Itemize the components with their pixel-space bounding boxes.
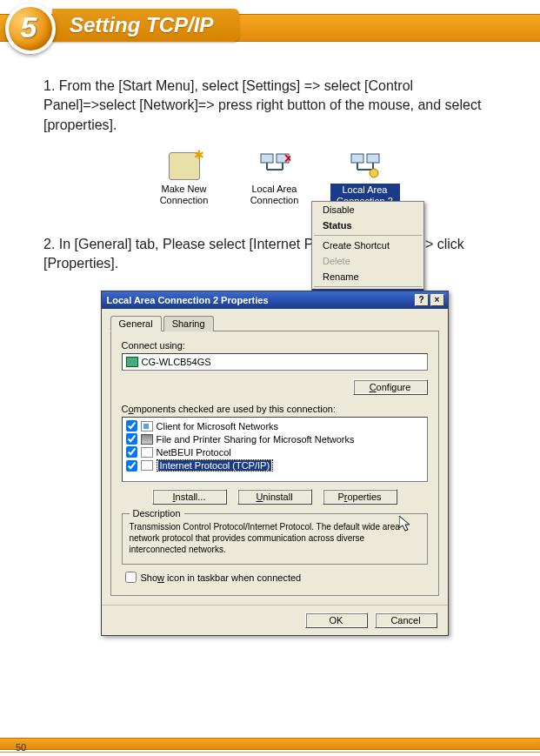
titlebar-buttons: ? × [415,294,444,306]
figure-1: Make New Connection ✕ Local Area Connect… [43,152,505,208]
network-adapter-icon: ✕ [259,152,290,180]
svg-point-11 [370,169,378,177]
step-number: 5 [21,10,37,44]
icon-label: Make New Connection [150,184,219,206]
properties-dialog: Local Area Connection 2 Properties ? × G… [101,291,449,636]
cancel-button[interactable]: Cancel [375,612,437,628]
cursor-icon [399,516,413,533]
make-new-connection-icon[interactable]: Make New Connection [150,152,219,206]
menu-status[interactable]: Status [312,217,423,233]
properties-button[interactable]: Properties [323,489,397,505]
network-icons-row: Make New Connection ✕ Local Area Connect… [150,152,400,208]
network-adapter-icon [350,152,381,180]
component-tcpip[interactable]: Internet Protocol (TCP/IP) [124,458,425,472]
menu-create-shortcut[interactable]: Create Shortcut [312,238,423,253]
components-label: Components checked are used by this conn… [122,404,428,414]
install-button[interactable]: Install... [152,489,227,505]
tab-sharing[interactable]: Sharing [163,316,214,331]
connect-using-label: Connect using: [122,340,428,351]
page-header: Setting TCP/IP 5 [0,7,540,50]
page-number: 50 [16,742,26,753]
menu-disable[interactable]: Disable [312,202,423,217]
checkbox[interactable] [126,460,137,472]
dialog-footer: OK Cancel [102,605,448,635]
configure-row: Configure [122,379,428,395]
page-title: Setting TCP/IP [70,13,213,37]
component-label: File and Printer Sharing for Microsoft N… [157,434,355,445]
checkbox[interactable] [126,446,137,458]
component-netbeui[interactable]: NetBEUI Protocol [124,445,425,458]
show-icon-label: Show icon in taskbar when connected [141,572,302,583]
dialog-title: Local Area Connection 2 Properties [107,295,269,305]
components-list[interactable]: Client for Microsoft Networks File and P… [122,417,428,482]
svg-rect-6 [351,154,363,163]
close-button[interactable]: × [430,294,444,306]
adapter-name: CG-WLCB54GS [142,357,211,367]
menu-rename[interactable]: Rename [312,269,423,284]
protocol-icon [141,447,153,458]
description-group: Description Transmission Control Protoco… [122,513,428,565]
page-footer: 50 [0,738,540,753]
title-banner: Setting TCP/IP [52,9,239,42]
icon-label: Local Area Connection [240,184,310,206]
configure-button[interactable]: Configure [353,379,428,395]
local-area-connection-icon[interactable]: ✕ Local Area Connection [240,152,310,206]
checkbox[interactable] [126,433,137,445]
dialog-body: General Sharing Connect using: CG-WLCB54… [102,309,448,605]
step-number-badge: 5 [5,3,56,54]
local-area-connection-2-icon[interactable]: Local Area Connection 2 [330,152,400,208]
adapter-field: CG-WLCB54GS [122,353,428,371]
ok-button[interactable]: OK [305,612,368,628]
checkbox[interactable] [126,420,137,432]
menu-delete: Delete [312,253,423,269]
figure-2: Local Area Connection 2 Properties ? × G… [43,291,505,636]
component-label: NetBEUI Protocol [157,447,231,458]
component-fileshare[interactable]: File and Printer Sharing for Microsoft N… [124,432,425,445]
description-text: Transmission Control Protocol/Internet P… [130,521,420,555]
nic-icon [126,357,138,367]
context-menu: Disable Status Create Shortcut Delete Re… [311,201,424,305]
show-icon-checkbox[interactable] [125,572,137,583]
tabs: General Sharing [110,316,439,331]
footer-line [0,752,540,753]
protocol-icon [141,460,153,471]
tab-panel: Connect using: CG-WLCB54GS Configure Com… [110,331,439,596]
svg-rect-7 [367,154,379,163]
step2-text: 2. In [General] tab, Please select [Inte… [43,235,505,274]
component-client[interactable]: Client for Microsoft Networks [124,419,425,432]
menu-separator [314,286,422,287]
uninstall-button[interactable]: Uninstall [237,489,312,505]
page-content: 1. From the [Start Menu], select [Settin… [0,50,540,636]
step1-text: 1. From the [Start Menu], select [Settin… [43,77,505,135]
client-icon [141,421,153,432]
svg-marker-13 [399,516,410,531]
footer-band [0,738,540,750]
menu-separator [314,235,422,236]
share-icon [141,434,153,445]
svg-text:✕: ✕ [283,152,290,165]
description-legend: Description [130,508,184,518]
component-label: Client for Microsoft Networks [157,421,279,432]
show-icon-row[interactable]: Show icon in taskbar when connected [122,572,428,583]
component-buttons: Install... Uninstall Properties [122,489,428,505]
component-label: Internet Protocol (TCP/IP) [158,460,272,471]
svg-rect-0 [261,154,273,163]
dialog-titlebar: Local Area Connection 2 Properties ? × [102,291,448,309]
help-button[interactable]: ? [415,294,429,306]
tab-general[interactable]: General [110,316,162,331]
folder-star-icon [169,152,200,180]
